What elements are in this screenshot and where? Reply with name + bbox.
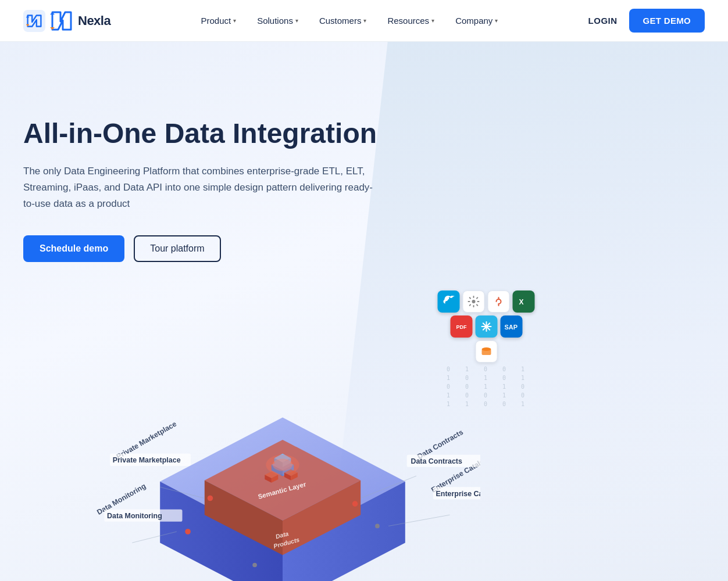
svg-point-32 [208, 496, 213, 501]
nav-resources-label: Resources [387, 16, 429, 26]
login-button[interactable]: LOGIN [588, 16, 618, 26]
svg-point-34 [185, 529, 191, 535]
brand-name: Nexla [78, 13, 110, 28]
source-icon-excel: X [513, 290, 535, 313]
tour-platform-button[interactable]: Tour platform [134, 235, 220, 262]
source-icon-api [463, 290, 485, 313]
nav-actions: LOGIN GET DEMO [588, 9, 705, 33]
schedule-demo-button[interactable]: Schedule demo [23, 235, 124, 262]
svg-text:Private Marketplace: Private Marketplace [113, 456, 181, 464]
nexla-n-logo [50, 10, 73, 32]
nav-item-product[interactable]: Product ▾ [192, 11, 244, 30]
svg-text:SAP: SAP [504, 324, 518, 331]
get-demo-button[interactable]: GET DEMO [629, 9, 705, 33]
nav-company-label: Company [455, 16, 493, 26]
svg-point-6 [481, 347, 491, 351]
hero-buttons: Schedule demo Tour platform [23, 235, 419, 262]
brand-logo[interactable]: Nexla [23, 10, 110, 32]
svg-point-35 [252, 563, 257, 568]
nav-item-company[interactable]: Company ▾ [447, 11, 506, 30]
svg-text:Enterprise Catalogs: Enterprise Catalogs [436, 490, 480, 498]
svg-point-36 [375, 524, 380, 529]
source-row-1: X [438, 290, 535, 313]
nav-solutions-label: Solutions [257, 16, 293, 26]
svg-text:PDF: PDF [456, 324, 467, 330]
nav-item-solutions[interactable]: Solutions ▾ [249, 11, 306, 30]
platform-diagram: X PDF SAP [283, 290, 690, 581]
hero-title: All-in-One Data Integration [23, 117, 419, 149]
hero-subtitle: The only Data Engineering Platform that … [23, 163, 384, 212]
nav-item-resources[interactable]: Resources ▾ [379, 11, 442, 30]
chevron-down-icon: ▾ [233, 17, 236, 24]
nexla-logo-icon [23, 10, 45, 32]
chevron-down-icon: ▾ [495, 17, 498, 24]
chevron-down-icon: ▾ [431, 17, 434, 24]
nav-menu: Product ▾ Solutions ▾ Customers ▾ Resour… [192, 11, 506, 30]
hero-section: All-in-One Data Integration The only Dat… [0, 42, 728, 581]
svg-point-22 [273, 458, 293, 471]
svg-point-33 [352, 501, 358, 507]
hero-content: All-in-One Data Integration The only Dat… [23, 42, 419, 262]
svg-rect-0 [23, 10, 45, 32]
nav-item-customers[interactable]: Customers ▾ [311, 11, 375, 30]
source-icon-sap: SAP [500, 315, 522, 338]
navbar: Nexla Product ▾ Solutions ▾ Customers ▾ … [0, 0, 728, 42]
chevron-down-icon: ▾ [295, 17, 298, 24]
nav-product-label: Product [201, 16, 231, 26]
svg-text:Data Contracts: Data Contracts [411, 457, 462, 465]
svg-text:X: X [519, 298, 524, 306]
source-icon-salesforce [438, 290, 460, 313]
iso-platform-svg: Semantic Layer Data Products Private Mar… [85, 331, 480, 581]
source-icon-webhook [488, 290, 510, 313]
svg-point-1 [472, 300, 476, 303]
nav-customers-label: Customers [319, 16, 362, 26]
svg-text:Data Monitoring: Data Monitoring [107, 512, 162, 520]
chevron-down-icon: ▾ [363, 17, 366, 24]
